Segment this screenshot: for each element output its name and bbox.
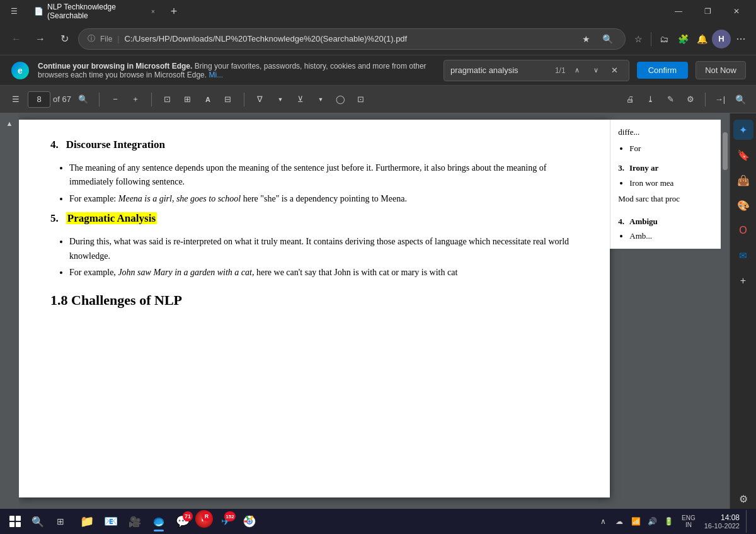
find-in-pdf-btn[interactable]: 🔍 bbox=[74, 90, 93, 109]
profile-button[interactable]: H bbox=[712, 30, 731, 48]
notif-text: Continue your browsing in Microsoft Edge… bbox=[38, 62, 436, 79]
toolbar-divider1 bbox=[99, 93, 100, 106]
restore-button[interactable]: ❐ bbox=[693, 0, 722, 23]
tray-chevron[interactable]: ∧ bbox=[596, 514, 610, 528]
copilot-btn[interactable]: ✦ bbox=[733, 120, 753, 140]
language-indicator[interactable]: ENG IN bbox=[679, 513, 698, 530]
section18-title: 1.8 Challenges of NLP bbox=[50, 292, 182, 308]
search-icon[interactable]: 🔍 bbox=[598, 30, 616, 48]
find-input[interactable] bbox=[450, 65, 551, 75]
sidebar-settings-btn[interactable]: ⚙ bbox=[733, 489, 753, 509]
collections-sidebar-btn[interactable]: 👜 bbox=[733, 170, 753, 190]
address-field[interactable]: ⓘ File | C:/Users/HP/Downloads/NLP%20Tec… bbox=[78, 28, 626, 50]
edit-pdf-btn[interactable]: ✎ bbox=[661, 90, 680, 109]
section5-highlight: Pragmatic Analysis bbox=[66, 212, 157, 224]
draw-dropdown[interactable]: ▼ bbox=[271, 90, 290, 109]
themes-sidebar-btn[interactable]: 🎨 bbox=[733, 195, 753, 215]
teams-taskbar[interactable]: 💬 71 bbox=[171, 510, 194, 533]
new-tab-button[interactable]: + bbox=[165, 3, 183, 20]
section5-number: 5. bbox=[50, 212, 59, 225]
title-bar: ☰ 📄 NLP Techknowledge (Searchable × + — … bbox=[0, 0, 756, 23]
tray-network[interactable]: 📶 bbox=[629, 514, 643, 528]
highlight-btn[interactable]: ⊻ bbox=[291, 90, 310, 109]
pdf-settings-btn[interactable]: ⚙ bbox=[681, 90, 700, 109]
close-button[interactable]: ✕ bbox=[722, 0, 751, 23]
favorites-sidebar-btn[interactable]: 🔖 bbox=[733, 145, 753, 165]
page-number-input[interactable] bbox=[28, 91, 50, 108]
clock[interactable]: 14:08 16-10-2022 bbox=[702, 512, 742, 531]
page-info: of 67 bbox=[28, 91, 71, 108]
mail-taskbar[interactable]: 📧 bbox=[100, 510, 122, 533]
file-explorer-taskbar[interactable]: 📁 bbox=[76, 510, 98, 533]
search-side-btn[interactable]: 🔍 bbox=[731, 90, 750, 109]
right-amb-text: Amb... bbox=[629, 230, 713, 242]
left-sidebar: ▲ bbox=[0, 113, 19, 509]
address-text: C:/Users/HP/Downloads/NLP%20Techknowledg… bbox=[124, 34, 572, 43]
draw-btn[interactable]: ∇ bbox=[251, 90, 270, 109]
settings-more-btn[interactable]: ··· bbox=[732, 30, 750, 48]
minimize-button[interactable]: — bbox=[664, 0, 693, 23]
section18-header: 1.8 Challenges of NLP bbox=[50, 292, 578, 309]
highlight-dropdown[interactable]: ▼ bbox=[311, 90, 330, 109]
two-page-btn[interactable]: ⊟ bbox=[219, 90, 238, 109]
app-r-taskbar[interactable]: R R bbox=[195, 510, 213, 528]
office-sidebar-btn[interactable]: O bbox=[733, 220, 753, 241]
right-mod-text: Mod sarc that proc bbox=[618, 193, 713, 205]
clock-time: 14:08 bbox=[704, 513, 740, 522]
taskbar-search-btn[interactable]: 🔍 bbox=[28, 511, 48, 531]
address-bar: ← → ↻ ⓘ File | C:/Users/HP/Downloads/NLP… bbox=[0, 23, 756, 55]
active-tab[interactable]: 📄 NLP Techknowledge (Searchable × bbox=[26, 0, 165, 23]
extensions-btn[interactable]: 🧩 bbox=[674, 30, 692, 48]
notif-link[interactable]: Mi... bbox=[209, 71, 223, 79]
address-icons: ★ 🔍 bbox=[577, 30, 616, 48]
forward-button[interactable]: → bbox=[30, 29, 50, 49]
scrollbar[interactable] bbox=[721, 120, 730, 170]
outlook-sidebar-btn[interactable]: ✉ bbox=[733, 246, 753, 266]
zoom-out-btn[interactable]: − bbox=[106, 90, 125, 109]
find-close-button[interactable]: ✕ bbox=[607, 63, 622, 78]
task-view-btn[interactable]: ⊞ bbox=[50, 511, 71, 531]
teams-badge: 71 bbox=[183, 511, 193, 521]
tab-close-button[interactable]: × bbox=[149, 6, 158, 16]
eraser-btn[interactable]: ◯ bbox=[331, 90, 350, 109]
camera-btn[interactable]: ⊡ bbox=[352, 90, 370, 109]
tray-volume[interactable]: 🔊 bbox=[645, 514, 659, 528]
notification-bell-btn[interactable]: 🔔 bbox=[693, 30, 711, 48]
edge-taskbar[interactable] bbox=[147, 510, 170, 533]
find-bar[interactable]: 1/1 ∧ ∨ ✕ bbox=[444, 60, 629, 81]
favorites-toolbar-btn[interactable]: ☆ bbox=[629, 30, 647, 48]
collections-btn[interactable]: 🗂 bbox=[655, 30, 673, 48]
refresh-button[interactable]: ↻ bbox=[54, 29, 74, 49]
section4-title: Discourse Integration bbox=[66, 139, 165, 151]
tray-battery[interactable]: 🔋 bbox=[662, 514, 675, 528]
tray-cloud[interactable]: ☁ bbox=[612, 514, 626, 528]
add-sidebar-btn[interactable]: + bbox=[733, 271, 753, 291]
chrome-taskbar[interactable] bbox=[238, 510, 261, 533]
not-now-button[interactable]: Not Now bbox=[696, 61, 746, 79]
find-prev-button[interactable]: ∧ bbox=[570, 63, 585, 78]
start-button[interactable] bbox=[5, 511, 25, 531]
close-sidebar-btn[interactable]: →| bbox=[711, 90, 730, 109]
section5-header: 5. Pragmatic Analysis bbox=[50, 212, 578, 230]
sidebar-panel-btn[interactable]: ☰ bbox=[6, 90, 25, 109]
text-mode-btn[interactable]: A bbox=[198, 90, 217, 109]
sidebar-toggle-button[interactable]: ☰ bbox=[5, 3, 23, 20]
telegram-taskbar[interactable]: ✈ 152 bbox=[214, 510, 237, 533]
favorites-icon[interactable]: ★ bbox=[577, 30, 595, 48]
confirm-button[interactable]: Confirm bbox=[637, 62, 689, 79]
back-button[interactable]: ← bbox=[6, 29, 26, 49]
save-btn[interactable]: ⤓ bbox=[641, 90, 660, 109]
show-desktop-button[interactable] bbox=[746, 510, 751, 533]
fit-page-btn[interactable]: ⊡ bbox=[158, 90, 177, 109]
find-next-button[interactable]: ∨ bbox=[588, 63, 604, 78]
print-btn[interactable]: 🖨 bbox=[621, 90, 639, 109]
edge-logo: e bbox=[11, 62, 29, 79]
scrollbar-thumb[interactable] bbox=[723, 132, 728, 170]
video-call-taskbar[interactable]: 🎥 bbox=[123, 510, 146, 533]
right-text1: diffe... bbox=[618, 126, 713, 139]
sidebar-scroll-up[interactable]: ▲ bbox=[2, 116, 17, 131]
fit-width-btn[interactable]: ⊞ bbox=[178, 90, 197, 109]
pdf-page-container[interactable]: 4. Discourse Integration The meaning of … bbox=[19, 113, 730, 509]
zoom-in-btn[interactable]: + bbox=[126, 90, 145, 109]
section4-bullet2: For example: Meena is a girl, she goes t… bbox=[69, 192, 578, 206]
